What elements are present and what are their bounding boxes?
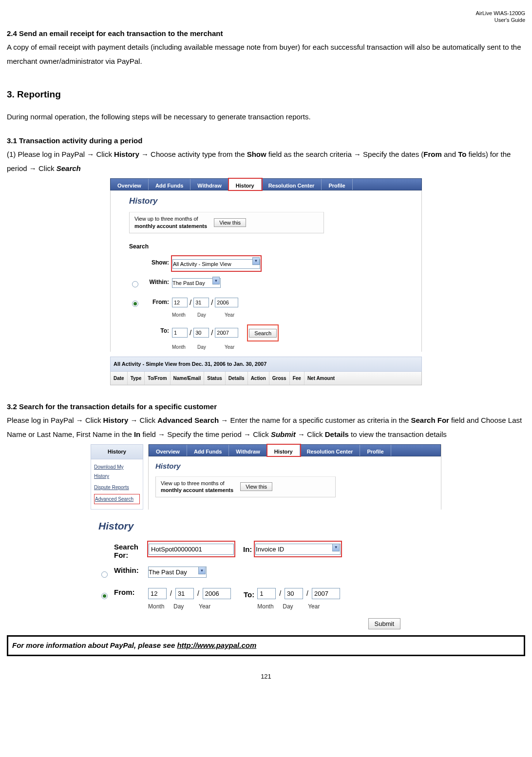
to-month-input[interactable] [257, 588, 276, 599]
lbl-year: Year [225, 342, 248, 352]
tab-overview[interactable]: Overview [111, 179, 149, 190]
row-from-to: From: / / MonthDayYear To: / [98, 587, 434, 612]
tab-withdraw[interactable]: Withdraw [190, 179, 228, 190]
show-select[interactable] [172, 259, 260, 269]
paypal-tabs: Overview Add Funds Withdraw History Reso… [110, 178, 422, 190]
lbl-year: Year [199, 601, 234, 612]
from-year-input[interactable] [203, 588, 231, 599]
slash: / [190, 326, 191, 340]
from-radio[interactable] [101, 593, 108, 599]
tab-history[interactable]: History [267, 445, 300, 456]
lbl-month: Month [172, 342, 190, 352]
search-for-input[interactable] [149, 544, 234, 555]
to-day-input[interactable] [193, 328, 209, 338]
lbl-month: Month [257, 601, 283, 612]
to-date-group: / / Search MonthDayYear [172, 324, 279, 352]
col-status: Status [204, 372, 226, 385]
history-title: History [155, 459, 434, 473]
from-year-input[interactable] [215, 298, 238, 307]
statement-text: View up to three months of monthly accou… [134, 216, 207, 229]
show-bold: Show [247, 150, 266, 158]
statement-row: View up to three months of monthly accou… [129, 212, 324, 233]
chevron-down-icon[interactable]: ▼ [198, 567, 206, 574]
col-details: Details [226, 372, 248, 385]
paypal-tabs: Overview Add Funds Withdraw History Reso… [149, 444, 441, 456]
within-select[interactable] [148, 567, 207, 578]
tab-resolution-center[interactable]: Resolution Center [300, 445, 361, 456]
slash: / [211, 296, 213, 310]
lbl-month: Month [172, 310, 190, 320]
to-year-input[interactable] [215, 328, 238, 338]
chevron-down-icon[interactable]: ▼ [252, 257, 260, 265]
t: → Click [128, 416, 157, 424]
t: Please log in PayPal → Click [7, 416, 103, 424]
tab-profile[interactable]: Profile [322, 179, 352, 190]
tab-add-funds[interactable]: Add Funds [149, 179, 190, 190]
tab-overview[interactable]: Overview [149, 445, 187, 456]
history-title-large: History [98, 516, 434, 536]
l1: View up to three months of [134, 216, 198, 222]
from-month-input[interactable] [172, 298, 188, 307]
to-month-input[interactable] [172, 328, 188, 338]
submit-button[interactable]: Submit [368, 618, 400, 629]
link-dispute-reports[interactable]: Dispute Reports [94, 483, 140, 492]
chevron-down-icon[interactable]: ▼ [212, 277, 220, 284]
to-day-input[interactable] [285, 588, 303, 599]
t: (1) Please log in PayPal → Click [7, 150, 114, 158]
figure-advanced-search: History Download My History Dispute Repo… [91, 444, 441, 629]
more-info-box: For more information about PayPal, pleas… [7, 635, 525, 656]
link-advanced-search[interactable]: Advanced Search [94, 494, 140, 504]
view-this-button[interactable]: View this [214, 218, 246, 227]
page-number: 121 [7, 671, 525, 683]
t: → Enter the name for a specific customer… [219, 416, 411, 424]
tab-history[interactable]: History [229, 179, 262, 190]
lbl-day: Day [173, 601, 199, 612]
col-tofrom: To/From [145, 372, 170, 385]
paypal-url: http://www.paypal.com [177, 641, 256, 649]
from-label: From: [114, 587, 145, 596]
row-within: Within: ▼ [129, 276, 416, 291]
history-bold: History [103, 416, 129, 424]
history-sidebar: History Download My History Dispute Repo… [91, 444, 143, 510]
product-name: AirLive WIAS-1200G [7, 10, 525, 17]
lbl-year: Year [225, 310, 248, 320]
link-download-history[interactable]: Download My History [94, 462, 140, 481]
from-day-input[interactable] [193, 298, 209, 307]
search-bold-italic: Search [57, 164, 81, 172]
para-3-intro: During normal operation, the following s… [7, 110, 525, 124]
tab-resolution-center[interactable]: Resolution Center [262, 179, 322, 190]
to-year-input[interactable] [312, 588, 340, 599]
within-radio[interactable] [132, 281, 138, 287]
lbl-year: Year [308, 601, 343, 612]
show-select-highlight: ▼ [172, 256, 261, 271]
in-select[interactable] [255, 544, 341, 555]
search-button-highlight: Search [247, 324, 279, 341]
slash: / [211, 326, 213, 340]
fig2-top: History Download My History Dispute Repo… [91, 444, 441, 510]
heading-3-2: 3.2 Search for the transaction details f… [7, 400, 525, 414]
activity-summary-bar: All Activity - Simple View from Dec. 31,… [110, 357, 422, 372]
to-bold: To [458, 150, 466, 158]
search-button[interactable]: Search [249, 329, 277, 338]
date-sublabels: MonthDayYear [257, 601, 343, 612]
heading-3-1: 3.1 Transaction activity during a period [7, 134, 525, 148]
t: field → Specify the time period → Click [140, 430, 271, 438]
view-this-button[interactable]: View this [240, 482, 272, 491]
details-bold: Details [325, 430, 349, 438]
row-search-for: Search For: In: ▼ [98, 542, 434, 560]
figure-history-search: Overview Add Funds Withdraw History Reso… [110, 178, 422, 385]
chevron-down-icon[interactable]: ▼ [332, 544, 340, 551]
from-day-input[interactable] [175, 588, 194, 599]
within-radio[interactable] [101, 571, 108, 578]
l2: monthly account statements [161, 487, 233, 493]
tab-withdraw[interactable]: Withdraw [229, 445, 267, 456]
tab-profile[interactable]: Profile [360, 445, 391, 456]
slash: / [305, 587, 309, 600]
from-radio[interactable] [132, 301, 138, 307]
tab-add-funds[interactable]: Add Funds [187, 445, 229, 456]
t: → Choose activity type from the [139, 150, 247, 158]
slash: / [278, 587, 282, 600]
row-show: Show: ▼ [129, 256, 416, 271]
date-sublabels: MonthDayYear [148, 601, 234, 612]
from-month-input[interactable] [148, 588, 167, 599]
